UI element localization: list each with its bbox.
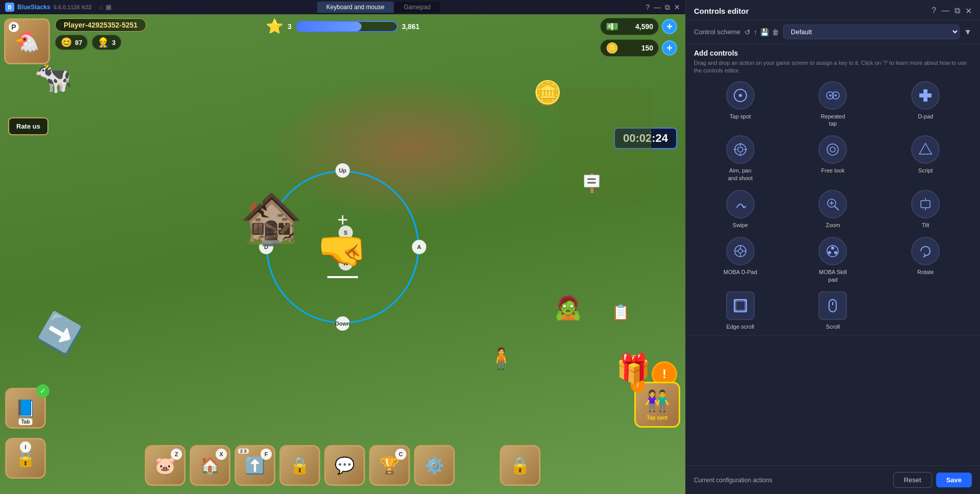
- control-repeated-tap[interactable]: Repeatedtap: [791, 81, 875, 128]
- tab-keyboard-mouse[interactable]: Keyboard and mouse: [317, 2, 394, 13]
- panel-minimize-icon[interactable]: —: [941, 6, 949, 16]
- control-swipe[interactable]: Swipe: [698, 190, 783, 229]
- bottom-actions: Current configuration actions Reset Save: [686, 465, 980, 494]
- rotate-icon: [911, 237, 940, 265]
- home-icon[interactable]: ⌂: [99, 4, 102, 11]
- scheme-label: Control scheme: [694, 28, 740, 36]
- maximize-icon[interactable]: ⧉: [665, 3, 670, 12]
- control-bar: [327, 276, 358, 278]
- svg-point-34: [831, 246, 834, 250]
- svg-rect-24: [921, 201, 930, 208]
- gift-box: 🎁: [616, 352, 651, 385]
- control-moba-d-pad[interactable]: MOBA D-Pad: [698, 237, 783, 283]
- bottom-item-lock2[interactable]: 🔒: [500, 445, 540, 486]
- bottom-item-gear[interactable]: ⚙️: [414, 445, 455, 486]
- aim-pan-shoot-label: Aim, panand shoot: [728, 167, 753, 182]
- crosshair-symbol: +: [337, 211, 348, 229]
- help-icon[interactable]: ?: [646, 3, 650, 11]
- tab-icon: 📘: [15, 399, 36, 418]
- bluestacks-icon: B: [5, 3, 14, 12]
- scheme-action-icons: ↺ ↑ 💾 🗑: [744, 28, 779, 36]
- bottom-item-chat[interactable]: 💬: [324, 445, 365, 486]
- tab-gamepad[interactable]: Gamepad: [395, 2, 440, 13]
- svg-rect-6: [923, 89, 927, 93]
- stat-item-2: 👷 3: [92, 35, 121, 50]
- free-gift-button[interactable]: 👫 ! Tap spot: [634, 382, 680, 428]
- svg-point-35: [834, 251, 837, 254]
- stat-item-1: 😊 87: [55, 35, 88, 50]
- control-moba-skill-pad[interactable]: MOBA Skillpad: [791, 237, 875, 283]
- control-free-look[interactable]: Free look: [791, 135, 875, 182]
- farm-crop-area: [559, 89, 651, 201]
- game-topbar: P 🐔 Player-42925352-5251 😊 87 👷 3: [0, 14, 685, 65]
- crosshair-group: + 🤜: [317, 216, 368, 278]
- bottom-item-f[interactable]: ⬆️ F 2 3: [235, 445, 275, 486]
- bottom-icon-trophy: 🏆: [379, 456, 400, 475]
- control-tilt[interactable]: Tilt: [883, 190, 968, 229]
- farm-sign-2: 📋: [611, 303, 630, 321]
- panel-close-icon[interactable]: ✕: [965, 6, 972, 16]
- tab-item[interactable]: 📘 Tab ✓: [5, 388, 46, 429]
- rate-us-button[interactable]: Rate us: [8, 117, 48, 135]
- reset-button[interactable]: Reset: [893, 472, 932, 488]
- svg-point-5: [835, 94, 837, 96]
- stat-bars: 😊 87 👷 3: [55, 35, 146, 50]
- bottom-item-x[interactable]: 🏠 X: [190, 445, 230, 486]
- panel-maximize-icon[interactable]: ⧉: [955, 6, 960, 16]
- bottom-item-lock1[interactable]: 🔒: [279, 445, 320, 486]
- control-scroll[interactable]: Scroll: [791, 291, 875, 330]
- scheme-dropdown[interactable]: Default: [783, 24, 960, 39]
- npc-1: 🧟: [554, 294, 582, 321]
- swipe-icon: [726, 190, 755, 218]
- bottom-icon-arrow: ⬆️: [245, 456, 265, 475]
- bottom-item-c[interactable]: 🏆 C: [369, 445, 410, 486]
- svg-rect-10: [923, 93, 927, 97]
- zoom-label: Zoom: [826, 221, 840, 229]
- bottom-icon-chat: 💬: [334, 456, 355, 475]
- gift-icon: 👫: [644, 389, 670, 413]
- farm-sign: 🪧: [581, 173, 603, 194]
- screen-icon[interactable]: ▣: [106, 4, 111, 11]
- svg-rect-41: [744, 300, 746, 312]
- moba-d-pad-label: MOBA D-Pad: [724, 268, 757, 276]
- bottom-icon-gear: ⚙️: [424, 456, 445, 475]
- bottom-item-z[interactable]: 🐷 Z: [145, 445, 186, 486]
- scheme-refresh-icon[interactable]: ↺: [744, 28, 751, 36]
- tilt-icon: [911, 190, 940, 218]
- player-info: Player-42925352-5251 😊 87 👷 3: [55, 18, 146, 50]
- scheme-chevron-icon[interactable]: ▼: [964, 28, 972, 37]
- svg-rect-40: [734, 300, 736, 312]
- panel-help-icon[interactable]: ?: [932, 6, 936, 16]
- close-icon[interactable]: ✕: [674, 3, 680, 11]
- scheme-delete-icon[interactable]: 🗑: [772, 28, 779, 36]
- control-aim-pan-shoot[interactable]: Aim, panand shoot: [698, 135, 783, 182]
- save-button[interactable]: Save: [936, 473, 972, 487]
- f-badge-extra: 2 3: [238, 449, 249, 454]
- control-edge-scroll[interactable]: Edge scroll: [698, 291, 783, 330]
- tap-spot-icon: [726, 81, 755, 110]
- scheme-save-icon[interactable]: 💾: [760, 28, 769, 36]
- bottom-icon-lock2: 🔒: [510, 456, 530, 475]
- minimize-icon[interactable]: —: [654, 3, 661, 11]
- c-key-badge: C: [395, 449, 406, 460]
- svg-point-12: [738, 147, 743, 152]
- panel-title: Controls editor: [694, 7, 749, 15]
- control-rotate[interactable]: Rotate: [883, 237, 968, 283]
- control-d-pad[interactable]: D-pad: [883, 81, 968, 128]
- d-pad-icon: [911, 81, 940, 110]
- bottom-icon-house: 🏠: [200, 456, 220, 475]
- svg-rect-9: [927, 93, 932, 97]
- control-zoom[interactable]: Zoom: [791, 190, 875, 229]
- bottom-icon-pig: 🐷: [155, 456, 175, 475]
- scheme-share-icon[interactable]: ↑: [754, 28, 757, 36]
- control-tap-spot[interactable]: Tap spot: [698, 81, 783, 128]
- player-name: Player-42925352-5251: [55, 18, 146, 32]
- svg-rect-7: [923, 97, 927, 102]
- edge-scroll-icon: [726, 291, 755, 320]
- scroll-label: Scroll: [826, 323, 840, 330]
- control-script[interactable]: Script: [883, 135, 968, 182]
- svg-marker-19: [919, 143, 932, 154]
- current-config-label: Current configuration actions: [694, 477, 889, 484]
- title-bar-tabs: Keyboard and mouse Gamepad: [116, 2, 640, 13]
- script-icon: [911, 135, 940, 164]
